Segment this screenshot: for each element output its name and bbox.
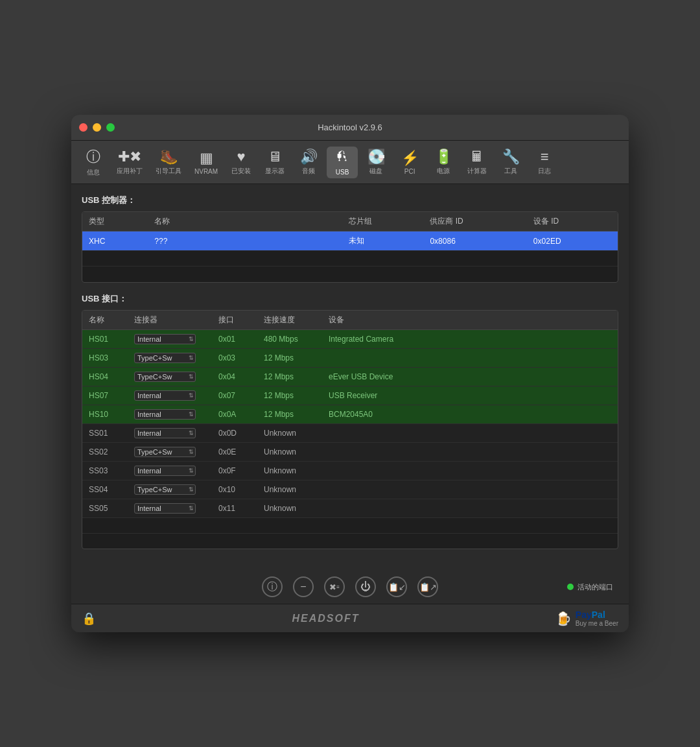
connector-select[interactable]: Internal TypeC+Sw TypeC USB3 [134,353,196,363]
toolbar-item-patch[interactable]: ✚✖ 应用补丁 [111,146,148,178]
paypal-section[interactable]: 🍺 PayPal Buy me a Beer [555,610,618,627]
port-connector[interactable]: Internal TypeC+Sw TypeC USB3 [128,405,212,423]
controller-name: ??? [148,231,342,251]
port-row[interactable]: HS10 Internal TypeC+Sw TypeC USB3 0x0A 1… [82,405,618,423]
connector-select[interactable]: Internal TypeC+Sw TypeC USB3 [134,390,196,401]
port-speed: Unknown [257,499,322,517]
toolbar-item-calc[interactable]: 🖩 计算器 [461,146,493,178]
port-name: HS10 [82,405,128,423]
toolbar-label-audio: 音频 [302,167,315,176]
port-connector[interactable]: Internal TypeC+Sw TypeC USB3 [128,367,212,386]
toolbar-item-disk[interactable]: 💽 磁盘 [360,146,391,178]
port-row[interactable]: HS01 Internal TypeC+Sw TypeC USB3 0x01 4… [82,329,618,348]
toolbar-item-usb[interactable]: USB [327,147,358,178]
port-row[interactable]: HS04 Internal TypeC+Sw TypeC USB3 0x04 1… [82,367,618,386]
toolbar-item-tools[interactable]: 🔧 工具 [495,146,526,178]
bottom-bar: ⓘ − ✖≡ ⏻ 📋↙ 📋↗ 活动的端口 [71,570,629,604]
toolbar-item-boot[interactable]: 🥾 引导工具 [150,146,187,178]
toolbar-label-nvram: NVRAM [194,168,218,175]
col-port: 接口 [212,311,257,330]
toolbar-label-pci: PCI [404,168,415,175]
port-connector[interactable]: Internal TypeC+Sw TypeC USB3 [128,499,212,517]
empty-row-1 [82,251,618,267]
port-device: eEver USB Device [322,367,618,386]
port-connector[interactable]: Internal TypeC+Sw TypeC USB3 [128,461,212,480]
minimize-button[interactable] [93,123,101,132]
col-port-name: 名称 [82,311,128,330]
ports-header-row: 名称 连接器 接口 连接速度 设备 [82,311,618,330]
port-connector[interactable]: Internal TypeC+Sw TypeC USB3 [128,329,212,348]
connector-select[interactable]: Internal TypeC+Sw TypeC USB3 [134,372,196,382]
port-speed: 12 Mbps [257,348,322,367]
toolbar-label-calc: 计算器 [467,167,487,176]
port-speed: 12 Mbps [257,386,322,405]
bottom-import-button[interactable]: 📋↙ [386,576,407,597]
power-icon: 🔋 [435,148,452,165]
port-speed: Unknown [257,423,322,442]
active-port-label: 活动的端口 [578,582,613,592]
bottom-info-button[interactable]: ⓘ [262,576,283,597]
port-connector[interactable]: Internal TypeC+Sw TypeC USB3 [128,348,212,367]
headsoft-logo: HEADSOFT [292,613,359,624]
bottom-minus-button[interactable]: − [293,576,314,597]
port-connector[interactable]: Internal TypeC+Sw TypeC USB3 [128,386,212,405]
connector-select[interactable]: Internal TypeC+Sw TypeC USB3 [134,484,196,495]
empty-row [82,517,618,533]
lock-icon: 🔒 [82,611,96,626]
toolbar: ⓘ 信息 ✚✖ 应用补丁 🥾 引导工具 ▦ NVRAM ♥ 已安装 🖥 显示器 [71,141,629,184]
pci-icon: ⚡ [401,150,419,167]
paypal-icon: 🍺 [555,611,572,626]
connector-select[interactable]: Internal TypeC+Sw TypeC USB3 [134,409,196,420]
port-connector[interactable]: Internal TypeC+Sw TypeC USB3 [128,442,212,461]
toolbar-label-display: 显示器 [265,167,285,176]
active-port-dot [567,584,574,590]
display-icon: 🖥 [268,148,282,165]
port-address: 0x0A [212,405,257,423]
controller-row[interactable]: XHC ??? 未知 0x8086 0x02ED [82,231,618,251]
port-row[interactable]: SS02 Internal TypeC+Sw TypeC USB3 0x0E U… [82,442,618,461]
bottom-export-button[interactable]: 📋↗ [417,576,438,597]
toolbar-item-nvram[interactable]: ▦ NVRAM [189,147,223,178]
port-connector[interactable]: Internal TypeC+Sw TypeC USB3 [128,480,212,499]
toolbar-item-display[interactable]: 🖥 显示器 [259,146,290,178]
empty-row [82,533,618,549]
toolbar-label-installed: 已安装 [231,167,251,176]
connector-select[interactable]: Internal TypeC+Sw TypeC USB3 [134,466,196,476]
bottom-power-button[interactable]: ⏻ [355,576,376,597]
maximize-button[interactable] [106,123,115,132]
port-row[interactable]: HS07 Internal TypeC+Sw TypeC USB3 0x07 1… [82,386,618,405]
port-name: HS01 [82,329,128,348]
col-chipset: 芯片组 [342,212,423,231]
bottom-clear-button[interactable]: ✖≡ [324,576,345,597]
toolbar-label-disk: 磁盘 [369,167,382,176]
window-controls[interactable] [79,123,115,132]
toolbar-item-pci[interactable]: ⚡ PCI [394,147,425,178]
toolbar-item-log[interactable]: ≡ 日志 [529,146,560,178]
port-device [322,480,618,499]
controller-device-id: 0x02ED [527,231,618,251]
usb-ports-table: 名称 连接器 接口 连接速度 设备 HS01 Internal TypeC+Sw [82,310,618,550]
toolbar-label-log: 日志 [538,167,551,176]
toolbar-item-installed[interactable]: ♥ 已安装 [226,146,257,178]
port-device [322,499,618,517]
connector-select[interactable]: Internal TypeC+Sw TypeC USB3 [134,334,196,344]
empty-row-2 [82,267,618,282]
port-row[interactable]: SS03 Internal TypeC+Sw TypeC USB3 0x0F U… [82,461,618,480]
close-button[interactable] [79,123,88,132]
connector-select[interactable]: Internal TypeC+Sw TypeC USB3 [134,447,196,457]
connector-select[interactable]: Internal TypeC+Sw TypeC USB3 [134,428,196,438]
port-row[interactable]: SS05 Internal TypeC+Sw TypeC USB3 0x11 U… [82,499,618,517]
port-row[interactable]: HS03 Internal TypeC+Sw TypeC USB3 0x03 1… [82,348,618,367]
paypal-brand: PayPal [576,610,618,620]
connector-select[interactable]: Internal TypeC+Sw TypeC USB3 [134,503,196,514]
port-name: SS05 [82,499,128,517]
toolbar-item-audio[interactable]: 🔊 音频 [293,146,324,178]
controller-type: XHC [82,231,148,251]
port-row[interactable]: SS04 Internal TypeC+Sw TypeC USB3 0x10 U… [82,480,618,499]
toolbar-item-info[interactable]: ⓘ 信息 [78,145,109,180]
port-speed: Unknown [257,480,322,499]
port-row[interactable]: SS01 Internal TypeC+Sw TypeC USB3 0x0D U… [82,423,618,442]
port-connector[interactable]: Internal TypeC+Sw TypeC USB3 [128,423,212,442]
port-name: HS03 [82,348,128,367]
toolbar-item-power[interactable]: 🔋 电源 [428,146,459,178]
